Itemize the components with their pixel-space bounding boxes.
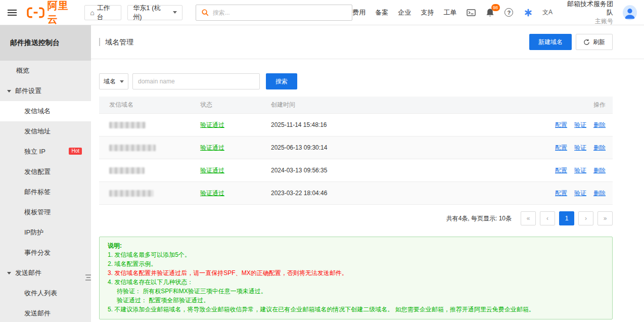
aliyun-logo-icon: [27, 7, 44, 19]
nav-link-enterprise[interactable]: 企业: [398, 8, 411, 17]
domain-redacted: [109, 167, 145, 174]
created-time: 2024-03-13 09:56:35: [271, 167, 527, 174]
workbench-label: 工作台: [97, 4, 116, 22]
domain-redacted: [109, 190, 154, 197]
sidebar: 邮件推送控制台 概览 邮件设置 发信域名 发信地址 独立 IP Hot 发信配置…: [0, 25, 91, 322]
table-row: 验证通过 2023-03-22 18:04:46 配置 验证 删除: [99, 182, 613, 205]
refresh-button[interactable]: 刷新: [576, 34, 613, 50]
sidebar-item-send-mail[interactable]: 发送邮件: [0, 303, 91, 322]
note-line: 5. 不建议添加企业邮箱域名，将导致企业邮箱收信异常，建议在已有企业邮箱域名的情…: [108, 305, 604, 314]
hot-badge: Hot: [69, 148, 82, 155]
configure-link[interactable]: 配置: [555, 144, 567, 152]
sidebar-item-mail-tags[interactable]: 邮件标签: [0, 182, 91, 202]
prev-page-button[interactable]: ‹: [540, 211, 555, 225]
pagination: 共有4条, 每页显示: 10条 « ‹ 1 › »: [99, 205, 613, 232]
status-link[interactable]: 验证通过: [200, 190, 224, 197]
console-icon[interactable]: [466, 8, 476, 18]
nav-link-support[interactable]: 支持: [421, 8, 434, 17]
verify-link[interactable]: 验证: [574, 166, 586, 175]
sidebar-item-template-management[interactable]: 模板管理: [0, 202, 91, 222]
status-link[interactable]: 验证通过: [200, 167, 224, 174]
sidebar-item-ip-protection[interactable]: IP防护: [0, 222, 91, 243]
account-team: 邮箱技术服务团队: [564, 0, 613, 17]
nav-link-icp[interactable]: 备案: [375, 8, 388, 17]
notification-bell-icon[interactable]: 98: [485, 8, 495, 18]
assistant-icon[interactable]: [523, 8, 533, 18]
caret-down-icon: [7, 90, 11, 93]
delete-link[interactable]: 删除: [593, 144, 606, 152]
aliyun-logo-text: 阿里云: [48, 0, 78, 26]
region-selector[interactable]: 华东1 (杭州): [127, 5, 182, 20]
home-icon: ⌂: [90, 9, 94, 17]
created-time: 2025-11-14 15:48:16: [271, 121, 527, 128]
col-header-status: 状态: [200, 101, 271, 109]
verify-link[interactable]: 验证: [574, 121, 586, 129]
domain-name-input[interactable]: [132, 73, 260, 89]
aliyun-logo[interactable]: 阿里云: [27, 0, 78, 26]
page-header: 域名管理 新建域名 刷新: [91, 25, 644, 59]
configure-link[interactable]: 配置: [555, 189, 567, 198]
account-role: 主账号: [564, 17, 613, 25]
sidebar-group-send-mail[interactable]: 发送邮件: [0, 263, 91, 283]
delete-link[interactable]: 删除: [593, 121, 606, 129]
note-line: 4. 发信域名存在以下几种状态：: [108, 278, 604, 287]
sidebar-item-sender-domains[interactable]: 发信域名: [0, 101, 91, 121]
refresh-icon: [583, 39, 590, 45]
sidebar-item-dedicated-ip[interactable]: 独立 IP Hot: [0, 142, 91, 162]
new-domain-button[interactable]: 新建域名: [529, 34, 572, 50]
global-search-input[interactable]: [213, 9, 347, 16]
page-1-button[interactable]: 1: [559, 211, 574, 225]
search-icon: [201, 9, 209, 16]
notification-badge: 98: [491, 4, 500, 11]
chevron-down-icon: [173, 11, 177, 14]
note-line: 2. 域名配置示例。: [108, 259, 604, 268]
next-page-button[interactable]: ›: [578, 211, 593, 225]
configure-link[interactable]: 配置: [555, 121, 567, 129]
search-button[interactable]: 搜索: [266, 73, 297, 89]
status-link[interactable]: 验证通过: [200, 121, 224, 128]
created-time: 2023-03-22 18:04:46: [271, 190, 527, 197]
domain-redacted: [109, 145, 156, 151]
note-box: 说明: 1. 发信域名最多可以添加5个。 2. 域名配置示例。 3. 发信域名配…: [99, 237, 613, 319]
note-line: 3. 发信域名配置并验证通过后，请一直保持SPF、MX的正确配置，否则将无法发送…: [108, 268, 604, 278]
note-line: 1. 发信域名最多可以添加5个。: [108, 250, 604, 259]
workbench-button[interactable]: ⌂ 工作台: [84, 5, 121, 20]
col-header-domain: 发信域名: [99, 101, 200, 109]
note-line: 验证通过： 配置项全部验证通过。: [108, 296, 604, 305]
created-time: 2025-06-13 09:30:14: [271, 144, 527, 151]
configure-link[interactable]: 配置: [555, 166, 567, 175]
note-title: 说明:: [108, 241, 604, 250]
region-label: 华东1 (杭州): [133, 4, 168, 22]
delete-link[interactable]: 删除: [593, 189, 606, 198]
chevron-down-icon: [120, 80, 124, 83]
sidebar-item-sender-addresses[interactable]: 发信地址: [0, 121, 91, 142]
verify-link[interactable]: 验证: [574, 189, 586, 198]
account-info[interactable]: 邮箱技术服务团队 主账号: [564, 0, 613, 25]
sidebar-item-recipient-lists[interactable]: 收件人列表: [0, 283, 91, 303]
verify-link[interactable]: 验证: [574, 144, 586, 152]
sidebar-item-event-distribution[interactable]: 事件分发: [0, 243, 91, 263]
delete-link[interactable]: 删除: [593, 166, 606, 175]
status-link[interactable]: 验证通过: [200, 144, 224, 151]
nav-link-billing[interactable]: 费用: [352, 8, 365, 17]
hamburger-menu-icon[interactable]: [0, 0, 25, 25]
sidebar-group-mail-settings[interactable]: 邮件设置: [0, 81, 91, 101]
col-header-actions: 操作: [527, 101, 613, 109]
nav-link-tickets[interactable]: 工单: [443, 8, 456, 17]
topbar: 阿里云 ⌂ 工作台 华东1 (杭州) 费用 备案 企业 支持 工单: [0, 0, 644, 25]
table-body: 验证通过 2025-11-14 15:48:16 配置 验证 删除 验证通过 2…: [99, 114, 613, 205]
first-page-button[interactable]: «: [521, 211, 536, 225]
table-row: 验证通过 2024-03-13 09:56:35 配置 验证 删除: [99, 159, 613, 182]
avatar[interactable]: [623, 5, 637, 20]
help-icon[interactable]: ?: [504, 8, 514, 18]
language-icon[interactable]: 文A: [542, 8, 553, 18]
note-line: 待验证： 所有权SPF和MX验证三项中任意一项未通过。: [108, 287, 604, 296]
filter-field-select[interactable]: 域名: [99, 73, 128, 89]
global-search[interactable]: [196, 5, 353, 21]
last-page-button[interactable]: »: [597, 211, 613, 225]
filter-row: 域名 搜索: [99, 73, 613, 89]
sidebar-item-overview[interactable]: 概览: [0, 61, 91, 81]
sidebar-item-sending-config[interactable]: 发信配置: [0, 162, 91, 182]
sidebar-title: 邮件推送控制台: [0, 25, 91, 61]
caret-down-icon: [7, 272, 11, 274]
